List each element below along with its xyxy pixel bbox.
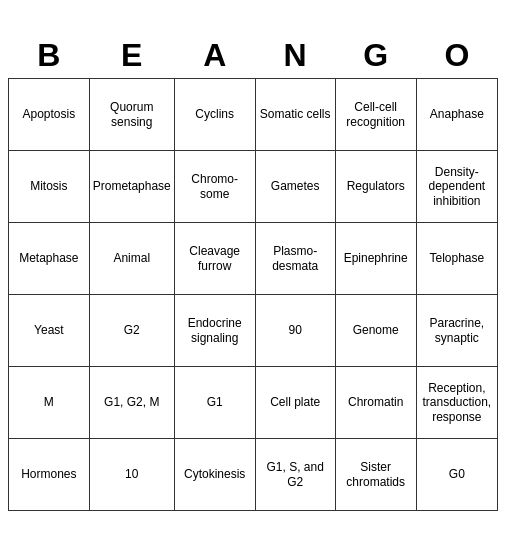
bingo-cell: Plasmo-desmata [255,223,335,295]
bingo-cell: Regulators [335,151,416,223]
bingo-cell: Anaphase [416,79,497,151]
header-cell: G [335,33,416,79]
bingo-cell: Hormones [9,439,90,511]
bingo-cell: Quorum sensing [89,79,174,151]
bingo-cell: 90 [255,295,335,367]
bingo-cell: Genome [335,295,416,367]
bingo-cell: Cell-cell recognition [335,79,416,151]
header-cell: E [89,33,174,79]
header-row: BEANGO [9,33,498,79]
bingo-cell: G1, G2, M [89,367,174,439]
bingo-cell: Mitosis [9,151,90,223]
header-cell: N [255,33,335,79]
bingo-cell: Cyclins [174,79,255,151]
bingo-cell: Animal [89,223,174,295]
bingo-cell: Endocrine signaling [174,295,255,367]
bingo-cell: Cytokinesis [174,439,255,511]
bingo-cell: Reception, transduction, response [416,367,497,439]
bingo-cell: Density-dependent inhibition [416,151,497,223]
bingo-cell: G2 [89,295,174,367]
bingo-cell: Telophase [416,223,497,295]
bingo-cell: Gametes [255,151,335,223]
bingo-row: MG1, G2, MG1Cell plateChromatinReception… [9,367,498,439]
bingo-cell: Metaphase [9,223,90,295]
bingo-row: YeastG2Endocrine signaling90GenomeParacr… [9,295,498,367]
bingo-cell: M [9,367,90,439]
bingo-cell: Chromatin [335,367,416,439]
bingo-cell: Sister chromatids [335,439,416,511]
bingo-cell: 10 [89,439,174,511]
header-cell: O [416,33,497,79]
bingo-cell: Cleavage furrow [174,223,255,295]
bingo-row: MetaphaseAnimalCleavage furrowPlasmo-des… [9,223,498,295]
bingo-cell: Epinephrine [335,223,416,295]
bingo-cell: Somatic cells [255,79,335,151]
bingo-cell: Yeast [9,295,90,367]
header-cell: A [174,33,255,79]
bingo-row: ApoptosisQuorum sensingCyclinsSomatic ce… [9,79,498,151]
bingo-cell: Apoptosis [9,79,90,151]
bingo-cell: Prometaphase [89,151,174,223]
bingo-row: MitosisPrometaphaseChromo-someGametesReg… [9,151,498,223]
bingo-cell: Chromo-some [174,151,255,223]
bingo-cell: G1 [174,367,255,439]
bingo-cell: Cell plate [255,367,335,439]
bingo-card: BEANGO ApoptosisQuorum sensingCyclinsSom… [8,33,498,511]
header-cell: B [9,33,90,79]
bingo-cell: G0 [416,439,497,511]
bingo-cell: G1, S, and G2 [255,439,335,511]
bingo-cell: Paracrine, synaptic [416,295,497,367]
bingo-row: Hormones10CytokinesisG1, S, and G2Sister… [9,439,498,511]
